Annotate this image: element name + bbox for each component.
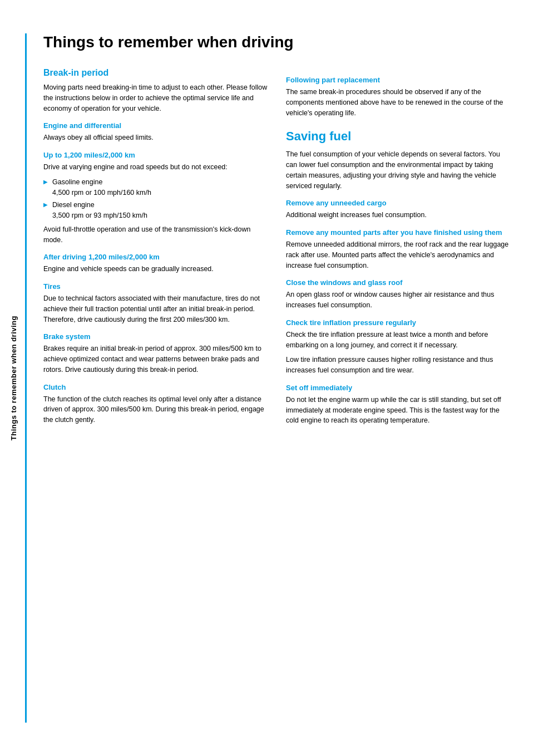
page-title: Things to remember when driving: [43, 33, 512, 51]
diesel-engine-detail: 3,500 rpm or 93 mph/150 km/h: [52, 212, 147, 219]
gasoline-engine-detail: 4,500 rpm or 100 mph/160 km/h: [52, 189, 151, 197]
main-content: Things to remember when driving Break-in…: [27, 0, 534, 756]
remove-mounted-text: Remove unneeded additional mirrors, the …: [286, 239, 512, 271]
up-to-1200-header: Up to 1,200 miles/2,000 km: [43, 151, 269, 159]
list-item: ▶ Gasoline engine 4,500 rpm or 100 mph/1…: [43, 177, 269, 198]
set-off-text: Do not let the engine warm up while the …: [286, 395, 512, 426]
saving-fuel-header: Saving fuel: [286, 129, 512, 144]
clutch-text: The function of the clutch reaches its o…: [43, 394, 269, 425]
remove-mounted-header: Remove any mounted parts after you have …: [286, 228, 512, 237]
after-1200-header: After driving 1,200 miles/2,000 km: [43, 253, 269, 261]
engine-differential-text: Always obey all official speed limits.: [43, 132, 269, 143]
throttle-text: Avoid full-throttle operation and use of…: [43, 224, 269, 246]
remove-cargo-header: Remove any unneeded cargo: [286, 199, 512, 207]
sidebar-text: Things to remember when driving: [9, 316, 18, 440]
brake-system-header: Brake system: [43, 332, 269, 341]
sidebar-line: [25, 33, 27, 723]
brake-system-text: Brakes require an initial break-in perio…: [43, 343, 269, 375]
engine-bullet-list: ▶ Gasoline engine 4,500 rpm or 100 mph/1…: [43, 177, 269, 221]
saving-fuel-intro: The fuel consumption of your vehicle dep…: [286, 149, 512, 191]
break-in-intro: Moving parts need breaking-in time to ad…: [43, 82, 269, 114]
bullet-arrow-icon: ▶: [43, 178, 48, 186]
following-part-text: The same break-in procedures should be o…: [286, 87, 512, 118]
engine-differential-header: Engine and differential: [43, 121, 269, 130]
check-tire-header: Check tire inflation pressure regularly: [286, 318, 512, 327]
bullet-arrow-icon-2: ▶: [43, 200, 48, 209]
close-windows-text: An open glass roof or window causes high…: [286, 289, 512, 311]
sidebar: Things to remember when driving: [0, 0, 27, 756]
gasoline-engine-label: Gasoline engine: [52, 178, 102, 186]
tires-text: Due to technical factors associated with…: [43, 293, 269, 325]
check-tire-text2: Low tire inflation pressure causes highe…: [286, 355, 512, 376]
after-1200-text: Engine and vehicle speeds can be gradual…: [43, 264, 269, 274]
right-column: Following part replacement The same brea…: [286, 68, 512, 430]
check-tire-text1: Check the tire inflation pressure at lea…: [286, 330, 512, 351]
close-windows-header: Close the windows and glass roof: [286, 278, 512, 287]
diesel-engine-label: Diesel engine: [52, 201, 95, 209]
two-column-layout: Break-in period Moving parts need breaki…: [43, 68, 512, 430]
up-to-1200-text: Drive at varying engine and road speeds …: [43, 162, 269, 173]
following-part-header: Following part replacement: [286, 76, 512, 84]
list-item: ▶ Diesel engine 3,500 rpm or 93 mph/150 …: [43, 200, 269, 221]
break-in-period-header: Break-in period: [43, 68, 269, 78]
remove-cargo-text: Additional weight increases fuel consump…: [286, 210, 512, 220]
set-off-header: Set off immediately: [286, 384, 512, 392]
tires-header: Tires: [43, 282, 269, 291]
clutch-header: Clutch: [43, 383, 269, 391]
left-column: Break-in period Moving parts need breaki…: [43, 68, 269, 430]
page-wrapper: Things to remember when driving Things t…: [0, 0, 534, 756]
